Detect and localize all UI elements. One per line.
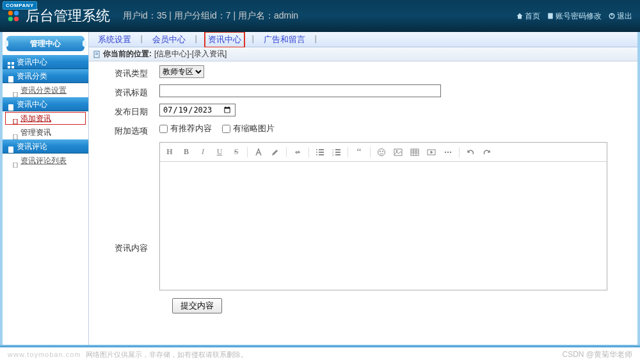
topnav-system-settings[interactable]: 系统设置 xyxy=(95,33,134,47)
underline-icon[interactable]: U xyxy=(214,146,225,158)
quote-icon[interactable]: “ xyxy=(353,146,365,158)
page-icon xyxy=(13,88,18,93)
label-title: 资讯标题 xyxy=(102,84,159,99)
sidebar-item-comment-list[interactable]: 资讯评论列表 xyxy=(3,154,88,168)
svg-point-37 xyxy=(396,150,397,152)
sidebar-item-category-settings[interactable]: 资讯分类设置 xyxy=(3,83,88,97)
svg-rect-11 xyxy=(8,76,13,83)
breadcrumb: 你当前的位置: [信息中心]-[录入资讯] xyxy=(89,47,637,61)
sidebar-group-news-center[interactable]: 资讯中心 xyxy=(3,97,88,111)
table-icon[interactable] xyxy=(409,146,420,158)
link-icon[interactable] xyxy=(292,146,303,158)
sidebar-group-news-center-top[interactable]: 资讯中心 xyxy=(3,55,88,69)
redo-icon[interactable] xyxy=(481,146,493,158)
svg-rect-7 xyxy=(8,62,10,65)
svg-rect-24 xyxy=(319,152,324,153)
sidebar: 管理中心 资讯中心 资讯分类 资讯分类设置 资讯中心 添加资讯 xyxy=(3,32,89,345)
svg-rect-4 xyxy=(548,13,553,19)
app-logo-icon xyxy=(6,9,20,23)
emoji-icon[interactable] xyxy=(376,146,387,158)
submit-button[interactable]: 提交内容 xyxy=(172,298,222,313)
svg-point-3 xyxy=(14,17,19,21)
checkbox-thumbnail[interactable] xyxy=(222,125,230,133)
footer-attribution: CSDN @黄菊华老师 xyxy=(562,349,632,360)
home-label: 首页 xyxy=(525,11,540,22)
label-date: 发布日期 xyxy=(102,104,159,118)
password-label: 账号密码修改 xyxy=(556,11,602,22)
heading-icon[interactable]: H xyxy=(164,146,175,158)
sidebar-group-label: 资讯中心 xyxy=(17,55,47,69)
checkbox-thumbnail-label: 有缩略图片 xyxy=(233,123,275,134)
svg-rect-9 xyxy=(8,66,10,68)
sidebar-item-label: 管理资讯 xyxy=(20,125,51,139)
toolbar-separator xyxy=(370,147,371,157)
rich-text-editor: H B I U S xyxy=(159,142,607,290)
label-type: 资讯类型 xyxy=(102,65,159,79)
svg-rect-38 xyxy=(411,149,419,155)
strikethrough-icon[interactable]: S xyxy=(230,146,242,158)
svg-rect-22 xyxy=(319,149,324,150)
sidebar-item-label: 添加资讯 xyxy=(20,113,51,124)
svg-rect-14 xyxy=(13,119,17,124)
svg-rect-16 xyxy=(8,146,13,153)
home-link[interactable]: 首页 xyxy=(513,10,543,23)
select-type[interactable]: 教师专区 xyxy=(159,65,204,78)
sidebar-item-add-news[interactable]: 添加资讯 xyxy=(5,112,86,125)
page-icon xyxy=(13,130,18,135)
sidebar-group-news-comments[interactable]: 资讯评论 xyxy=(3,139,88,154)
svg-point-44 xyxy=(445,151,446,152)
italic-icon[interactable]: I xyxy=(197,146,209,158)
label-options: 附加选项 xyxy=(102,123,159,137)
document-icon xyxy=(547,12,554,20)
image-icon[interactable] xyxy=(392,146,404,158)
topnav-member-center[interactable]: 会员中心 xyxy=(150,33,188,47)
logout-link[interactable]: 退出 xyxy=(605,10,635,23)
input-date[interactable] xyxy=(159,104,236,116)
toolbar-separator xyxy=(308,147,309,157)
list-ol-icon[interactable]: 123 xyxy=(331,146,342,158)
footer-disclaimer: 网络图片仅供展示，非存储，如有侵权请联系删除。 xyxy=(86,350,248,360)
editor-toolbar: H B I U S xyxy=(160,143,607,162)
svg-rect-36 xyxy=(394,149,402,155)
input-title[interactable] xyxy=(159,84,441,97)
sidebar-group-label: 资讯中心 xyxy=(17,97,47,111)
sidebar-item-manage-news[interactable]: 管理资讯 xyxy=(3,125,88,139)
svg-point-34 xyxy=(380,150,380,151)
svg-point-25 xyxy=(316,154,317,155)
sidebar-group-label: 资讯评论 xyxy=(17,139,47,154)
sidebar-item-label: 资讯评论列表 xyxy=(20,154,67,168)
nav-separator: 丨 xyxy=(138,34,146,45)
footer-domain: www.toymoban.com xyxy=(8,351,81,358)
top-nav: 系统设置 丨 会员中心 丨 资讯中心 丨 广告和留言 丨 xyxy=(89,32,637,47)
logout-label: 退出 xyxy=(617,11,632,22)
title-bar: COMPANY 后台管理系统 用户id：35 | 用户分组id：7 | 用户名：… xyxy=(0,0,640,32)
color-icon[interactable] xyxy=(253,146,264,158)
home-icon xyxy=(516,12,524,20)
breadcrumb-path: [信息中心]-[录入资讯] xyxy=(154,49,227,59)
document-icon xyxy=(8,73,14,79)
list-ul-icon[interactable] xyxy=(314,146,326,158)
checkbox-recommend[interactable] xyxy=(159,125,168,133)
more-icon[interactable] xyxy=(442,146,454,158)
main-content: 系统设置 丨 会员中心 丨 资讯中心 丨 广告和留言 丨 你当前的位置: [信息… xyxy=(89,32,637,345)
sidebar-item-label: 资讯分类设置 xyxy=(20,83,67,97)
toolbar-separator xyxy=(247,147,248,157)
topnav-ads-messages[interactable]: 广告和留言 xyxy=(261,33,308,47)
svg-point-2 xyxy=(8,17,13,21)
svg-point-33 xyxy=(378,148,385,155)
editor-body[interactable] xyxy=(160,162,607,290)
undo-icon[interactable] xyxy=(465,146,476,158)
topnav-news-center[interactable]: 资讯中心 xyxy=(204,32,245,48)
password-link[interactable]: 账号密码修改 xyxy=(544,10,604,23)
sidebar-tab-management[interactable]: 管理中心 xyxy=(6,36,84,51)
sidebar-group-news-category[interactable]: 资讯分类 xyxy=(3,69,88,83)
svg-rect-28 xyxy=(335,152,340,153)
breadcrumb-label: 你当前的位置: xyxy=(103,49,152,59)
highlight-icon[interactable] xyxy=(269,146,281,158)
form-area: 资讯类型 教师专区 资讯标题 发布日期 xyxy=(89,61,637,319)
bold-icon[interactable]: B xyxy=(180,146,192,158)
video-icon[interactable] xyxy=(426,146,437,158)
footer: www.toymoban.com 网络图片仅供展示，非存储，如有侵权请联系删除。… xyxy=(0,345,640,364)
power-icon xyxy=(608,12,616,20)
page-icon xyxy=(13,158,18,163)
